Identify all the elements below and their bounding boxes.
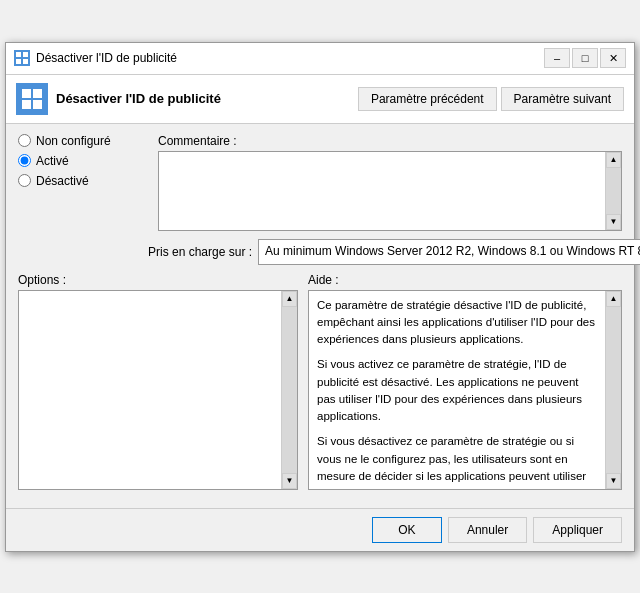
title-bar-left: Désactiver l'ID de publicité <box>14 50 177 66</box>
scrollbar-track <box>606 168 621 214</box>
help-paragraph-1: Ce paramètre de stratégie désactive l'ID… <box>317 297 597 349</box>
radio-active-input[interactable] <box>18 154 31 167</box>
help-paragraph-3: Si vous désactivez ce paramètre de strat… <box>317 433 597 488</box>
comment-scrollbar: ▲ ▼ <box>605 152 621 230</box>
support-box: Au minimum Windows Server 2012 R2, Windo… <box>258 239 640 265</box>
bottom-section: Options : ▲ ▼ Aide : Ce paramètre de str… <box>18 273 622 490</box>
help-scrollbar-down[interactable]: ▼ <box>606 473 621 489</box>
svg-rect-6 <box>22 100 31 109</box>
svg-rect-7 <box>33 100 42 109</box>
maximize-button[interactable]: □ <box>572 48 598 68</box>
options-box: ▲ ▼ <box>18 290 298 490</box>
radio-group: Non configuré Activé Désactivé <box>18 134 148 231</box>
top-section: Non configuré Activé Désactivé Commentai… <box>18 134 622 231</box>
options-scrollbar-track <box>282 307 297 473</box>
title-controls: – □ ✕ <box>544 48 626 68</box>
svg-rect-4 <box>22 89 31 98</box>
svg-rect-1 <box>23 52 28 57</box>
comment-textarea[interactable] <box>159 152 605 230</box>
header-icon <box>16 83 48 115</box>
radio-disabled[interactable]: Désactivé <box>18 174 148 188</box>
close-button[interactable]: ✕ <box>600 48 626 68</box>
radio-not-configured[interactable]: Non configuré <box>18 134 148 148</box>
header-bar: Désactiver l'ID de publicité Paramètre p… <box>6 75 634 124</box>
help-scrollbar: ▲ ▼ <box>605 291 621 489</box>
prev-button[interactable]: Paramètre précédent <box>358 87 497 111</box>
comment-label: Commentaire : <box>158 134 622 148</box>
svg-rect-2 <box>16 59 21 64</box>
apply-button[interactable]: Appliquer <box>533 517 622 543</box>
help-label: Aide : <box>308 273 622 287</box>
help-paragraph-2: Si vous activez ce paramètre de stratégi… <box>317 356 597 425</box>
options-scrollbar-down[interactable]: ▼ <box>282 473 297 489</box>
ok-button[interactable]: OK <box>372 517 442 543</box>
help-scrollbar-track <box>606 307 621 473</box>
options-scrollbar-up[interactable]: ▲ <box>282 291 297 307</box>
window-title: Désactiver l'ID de publicité <box>36 51 177 65</box>
header-left: Désactiver l'ID de publicité <box>16 83 221 115</box>
header-title: Désactiver l'ID de publicité <box>56 91 221 106</box>
help-scrollbar-up[interactable]: ▲ <box>606 291 621 307</box>
title-bar: Désactiver l'ID de publicité – □ ✕ <box>6 43 634 75</box>
comment-area: Commentaire : ▲ ▼ <box>158 134 622 231</box>
window-icon <box>14 50 30 66</box>
radio-active-label: Activé <box>36 154 69 168</box>
options-label: Options : <box>18 273 298 287</box>
support-row: Pris en charge sur : Au minimum Windows … <box>148 239 622 265</box>
radio-not-configured-label: Non configuré <box>36 134 111 148</box>
radio-disabled-input[interactable] <box>18 174 31 187</box>
help-panel: Aide : Ce paramètre de stratégie désacti… <box>308 273 622 490</box>
content-area: Non configuré Activé Désactivé Commentai… <box>6 124 634 508</box>
next-button[interactable]: Paramètre suivant <box>501 87 624 111</box>
cancel-button[interactable]: Annuler <box>448 517 527 543</box>
options-panel: Options : ▲ ▼ <box>18 273 298 490</box>
help-content: Ce paramètre de stratégie désactive l'ID… <box>309 291 605 489</box>
svg-rect-3 <box>23 59 28 64</box>
scrollbar-up[interactable]: ▲ <box>606 152 621 168</box>
svg-rect-5 <box>33 89 42 98</box>
main-window: Désactiver l'ID de publicité – □ ✕ Désac… <box>5 42 635 552</box>
svg-rect-0 <box>16 52 21 57</box>
header-buttons: Paramètre précédent Paramètre suivant <box>358 87 624 111</box>
support-value: Au minimum Windows Server 2012 R2, Windo… <box>259 240 640 264</box>
support-label: Pris en charge sur : <box>148 245 252 259</box>
comment-box: ▲ ▼ <box>158 151 622 231</box>
radio-not-configured-input[interactable] <box>18 134 31 147</box>
footer: OK Annuler Appliquer <box>6 508 634 551</box>
help-box: Ce paramètre de stratégie désactive l'ID… <box>308 290 622 490</box>
radio-active[interactable]: Activé <box>18 154 148 168</box>
scrollbar-down[interactable]: ▼ <box>606 214 621 230</box>
options-content <box>19 291 281 489</box>
radio-disabled-label: Désactivé <box>36 174 89 188</box>
minimize-button[interactable]: – <box>544 48 570 68</box>
options-scrollbar: ▲ ▼ <box>281 291 297 489</box>
